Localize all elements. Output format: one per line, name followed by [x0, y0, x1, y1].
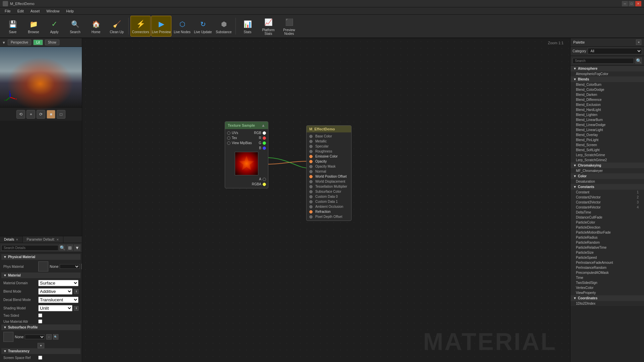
texture-sample-node[interactable]: Texture Sample ▲ UVs RGB: [225, 121, 268, 188]
subsurface-search[interactable]: 🔍: [53, 334, 58, 340]
palette-item[interactable]: ParticleRandom: [571, 240, 644, 245]
save-button[interactable]: 💾 Save: [3, 16, 23, 37]
perspective-button[interactable]: Perspective: [8, 40, 31, 45]
search-button[interactable]: 🔍 Search: [65, 16, 85, 37]
palette-item[interactable]: ParticleSize: [571, 250, 644, 255]
metallic-pin[interactable]: [309, 140, 313, 143]
palette-group-header[interactable]: ▼Constants: [571, 184, 644, 190]
palette-item[interactable]: Blend_Darken: [571, 92, 644, 97]
material-domain-select[interactable]: Surface: [38, 280, 78, 286]
palette-group-header[interactable]: ▼Blends: [571, 76, 644, 82]
palette-item[interactable]: Blend_Exclusion: [571, 102, 644, 107]
palette-item[interactable]: Constant2Vector2: [571, 195, 644, 200]
g-output-pin[interactable]: [263, 141, 266, 145]
two-sided-checkbox[interactable]: [38, 313, 42, 317]
use-material-checkbox[interactable]: [38, 319, 42, 323]
palette-search-input[interactable]: [573, 58, 634, 64]
close-button[interactable]: ✕: [635, 1, 641, 6]
palette-item[interactable]: PerInstanceRandom: [571, 265, 644, 270]
menu-window[interactable]: Window: [43, 8, 63, 14]
palette-item[interactable]: AtmosphericFogColor: [571, 71, 644, 76]
material-node[interactable]: M_EffectDemo Base Color Metallic Specula…: [306, 125, 352, 221]
live-nodes-button[interactable]: ⬡ Live Nodes: [172, 16, 192, 37]
mipbias-input-pin[interactable]: [227, 141, 230, 145]
palette-item[interactable]: DistanceCullFade: [571, 215, 644, 220]
b-output-pin[interactable]: [263, 146, 266, 150]
specular-pin[interactable]: [309, 145, 313, 148]
palette-item[interactable]: Lerp_ScratchGrime: [571, 153, 644, 158]
blend-mode-info[interactable]: ℹ: [74, 289, 78, 294]
palette-item[interactable]: Lerp_ScratchGrime2: [571, 158, 644, 163]
palette-item[interactable]: ParticleDirection: [571, 225, 644, 230]
palette-item[interactable]: Blend_Difference: [571, 97, 644, 102]
subsurface-left[interactable]: ←: [46, 334, 52, 340]
details-search-input[interactable]: [1, 245, 58, 251]
shading-info[interactable]: ℹ: [74, 306, 78, 311]
minimize-button[interactable]: ─: [622, 1, 628, 6]
palette-item[interactable]: ParticleSpeed: [571, 255, 644, 260]
substance-button[interactable]: ⬢ Substance: [214, 16, 234, 37]
opacity-mask-pin[interactable]: [309, 165, 313, 168]
rgb-output-pin[interactable]: [263, 131, 266, 135]
vc-btn-5[interactable]: □: [57, 110, 65, 119]
palette-category-select[interactable]: All: [588, 48, 642, 54]
roughness-pin[interactable]: [309, 150, 313, 153]
phys-material-left[interactable]: ←: [81, 264, 82, 269]
palette-item[interactable]: Constant1: [571, 190, 644, 195]
texture-node-close[interactable]: ▲: [261, 123, 265, 128]
cleanup-button[interactable]: 🧹 Clean Up: [107, 16, 127, 37]
opacity-pin[interactable]: [309, 160, 313, 163]
palette-close[interactable]: ✕: [636, 40, 641, 45]
palette-item[interactable]: TwoSidedSign: [571, 280, 644, 285]
palette-item[interactable]: Blend_Screen: [571, 142, 644, 147]
home-button[interactable]: 🏠 Home: [86, 16, 106, 37]
screen-space-checkbox[interactable]: [38, 356, 42, 360]
palette-item[interactable]: Blend_PinLight: [571, 137, 644, 142]
browse-button[interactable]: 📁 Browse: [23, 16, 44, 37]
refraction-pin[interactable]: [309, 210, 313, 214]
palette-group-header[interactable]: ▼Atmosphere: [571, 66, 644, 71]
material-section[interactable]: ▼ Material: [1, 273, 80, 278]
r-output-pin[interactable]: [263, 136, 266, 140]
uvs-input-pin[interactable]: [227, 131, 230, 135]
palette-item[interactable]: ParticleColor: [571, 220, 644, 225]
palette-item[interactable]: Desaturation: [571, 179, 644, 184]
platform-stats-button[interactable]: 📈 Platform Stats: [258, 16, 278, 37]
menu-asset[interactable]: Asset: [27, 8, 43, 14]
palette-item[interactable]: Blend_Lighten: [571, 112, 644, 117]
custom-data-0-pin[interactable]: [309, 195, 313, 198]
world-disp-pin[interactable]: [309, 180, 313, 183]
base-color-pin[interactable]: [309, 135, 313, 138]
apply-button[interactable]: ✓ Apply: [44, 16, 64, 37]
palette-group-header[interactable]: ▼Coordinates: [571, 295, 644, 301]
a-output-pin[interactable]: [263, 178, 266, 181]
node-editor[interactable]: Zoom 1:1 MATERIAL Texture Sample ▲ UVs: [82, 38, 570, 362]
shading-model-select[interactable]: Unlit: [38, 305, 72, 311]
custom-data-1-pin[interactable]: [309, 200, 313, 203]
param-tab-close[interactable]: ✕: [56, 238, 59, 241]
maximize-button[interactable]: □: [629, 1, 635, 6]
blend-mode-select[interactable]: Additive: [38, 288, 72, 295]
details-search-go[interactable]: 🔍: [59, 244, 66, 251]
param-defaults-tab[interactable]: Parameter Default: ✕: [23, 236, 63, 243]
palette-item[interactable]: PerInstanceFadeAmount: [571, 260, 644, 265]
viewport[interactable]: ▼ Perspective Lit Show X Y Z ⟲: [0, 38, 82, 236]
phys-material-select[interactable]: [60, 264, 80, 269]
palette-item[interactable]: MF_Chromakeyer: [571, 168, 644, 173]
vc-btn-2[interactable]: ⌖: [26, 110, 35, 119]
connectors-button[interactable]: ⚡ Connectors: [130, 16, 151, 37]
palette-item[interactable]: DeltaTime: [571, 210, 644, 215]
stats-button[interactable]: 📊 Stats: [237, 16, 258, 37]
palette-item[interactable]: Blend_LinearBurn: [571, 117, 644, 122]
palette-group-header[interactable]: ▼Color: [571, 173, 644, 179]
normal-pin[interactable]: [309, 170, 313, 173]
palette-item[interactable]: Blend_ColorBurn: [571, 82, 644, 87]
subsurface-section[interactable]: ▼ Subsurface Profile: [1, 324, 80, 330]
palette-search-go[interactable]: 🔍: [635, 57, 642, 64]
emissive-pin[interactable]: [309, 155, 313, 158]
translucency-section[interactable]: ▼ Translucency: [1, 348, 80, 354]
tess-mult-pin[interactable]: [309, 185, 313, 188]
expand-btn[interactable]: ▼: [38, 343, 44, 348]
rgba-output-pin[interactable]: [263, 183, 266, 186]
vc-btn-1[interactable]: ⟲: [16, 110, 25, 119]
